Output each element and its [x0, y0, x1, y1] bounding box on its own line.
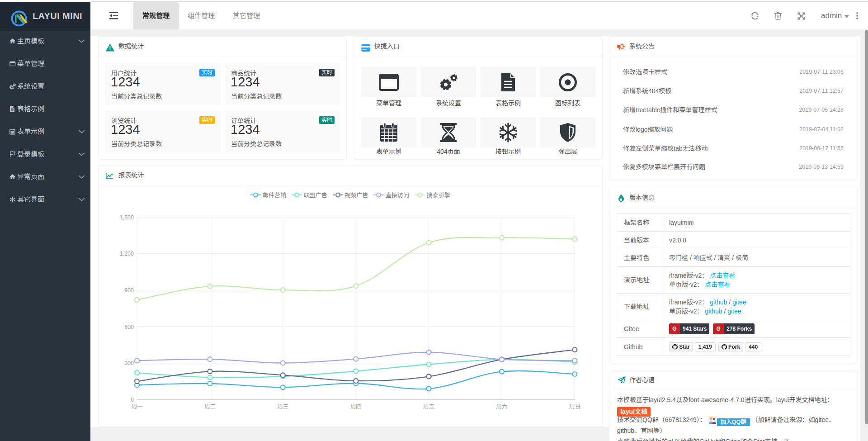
svg-text:600: 600	[124, 324, 134, 330]
svg-text:1,200: 1,200	[120, 251, 134, 257]
svg-text:周一: 周一	[131, 403, 142, 410]
svg-text:周二: 周二	[204, 403, 216, 410]
svg-text:900: 900	[124, 287, 134, 294]
svg-text:300: 300	[124, 360, 134, 366]
svg-text:周五: 周五	[423, 403, 434, 410]
svg-text:周日: 周日	[569, 403, 580, 410]
svg-text:周三: 周三	[277, 403, 288, 410]
svg-text:周六: 周六	[496, 403, 507, 410]
svg-text:0: 0	[131, 397, 134, 403]
svg-text:周四: 周四	[350, 403, 362, 410]
svg-text:1,500: 1,500	[120, 214, 134, 221]
